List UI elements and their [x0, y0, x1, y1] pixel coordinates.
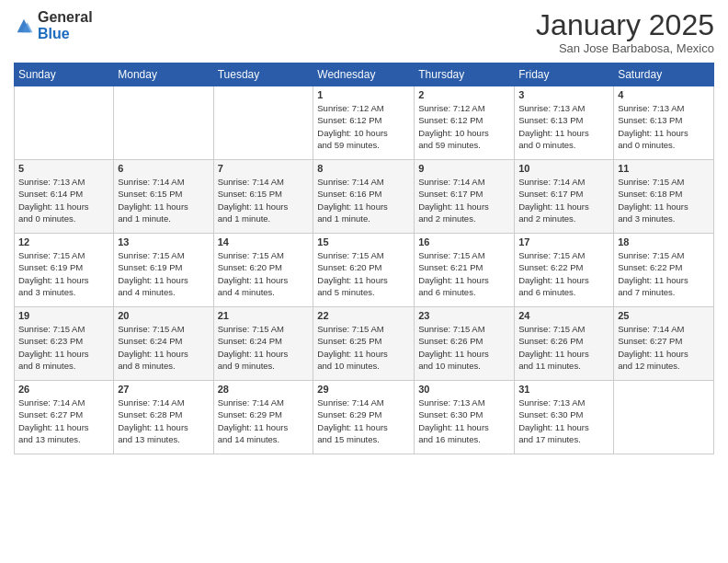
table-cell: 26Sunrise: 7:14 AM Sunset: 6:27 PM Dayli… [15, 381, 114, 454]
table-cell [614, 381, 714, 454]
table-cell: 19Sunrise: 7:15 AM Sunset: 6:23 PM Dayli… [15, 307, 114, 381]
day-info: Sunrise: 7:13 AM Sunset: 6:14 PM Dayligh… [18, 176, 109, 224]
week-row-1: 5Sunrise: 7:13 AM Sunset: 6:14 PM Daylig… [15, 160, 714, 234]
day-number: 15 [317, 236, 410, 247]
location: San Jose Barbabosa, Mexico [536, 41, 714, 55]
day-number: 23 [418, 310, 510, 321]
table-cell: 28Sunrise: 7:14 AM Sunset: 6:29 PM Dayli… [213, 381, 313, 454]
table-cell: 25Sunrise: 7:14 AM Sunset: 6:27 PM Dayli… [614, 307, 714, 381]
header-friday: Friday [515, 63, 614, 86]
day-number: 14 [218, 236, 310, 247]
day-info: Sunrise: 7:14 AM Sunset: 6:17 PM Dayligh… [418, 176, 510, 224]
day-info: Sunrise: 7:14 AM Sunset: 6:27 PM Dayligh… [18, 396, 109, 445]
table-cell: 5Sunrise: 7:13 AM Sunset: 6:14 PM Daylig… [15, 160, 114, 234]
day-number: 24 [518, 310, 609, 321]
day-info: Sunrise: 7:14 AM Sunset: 6:15 PM Dayligh… [118, 176, 209, 224]
day-number: 18 [618, 236, 710, 247]
week-row-4: 26Sunrise: 7:14 AM Sunset: 6:27 PM Dayli… [15, 381, 714, 454]
day-number: 12 [18, 236, 109, 247]
table-cell: 2Sunrise: 7:12 AM Sunset: 6:12 PM Daylig… [415, 86, 515, 160]
day-number: 8 [317, 163, 410, 174]
day-number: 13 [118, 236, 209, 247]
table-cell: 13Sunrise: 7:15 AM Sunset: 6:19 PM Dayli… [114, 234, 213, 307]
day-info: Sunrise: 7:14 AM Sunset: 6:15 PM Dayligh… [218, 176, 310, 224]
day-info: Sunrise: 7:15 AM Sunset: 6:24 PM Dayligh… [218, 323, 310, 372]
day-number: 1 [317, 89, 410, 100]
week-row-2: 12Sunrise: 7:15 AM Sunset: 6:19 PM Dayli… [15, 234, 714, 307]
table-cell: 20Sunrise: 7:15 AM Sunset: 6:24 PM Dayli… [114, 307, 213, 381]
table-cell: 16Sunrise: 7:15 AM Sunset: 6:21 PM Dayli… [415, 234, 515, 307]
header-sunday: Sunday [15, 63, 114, 86]
table-cell: 23Sunrise: 7:15 AM Sunset: 6:26 PM Dayli… [415, 307, 515, 381]
day-info: Sunrise: 7:14 AM Sunset: 6:16 PM Dayligh… [317, 176, 410, 224]
day-info: Sunrise: 7:14 AM Sunset: 6:27 PM Dayligh… [618, 323, 710, 372]
table-cell: 31Sunrise: 7:13 AM Sunset: 6:30 PM Dayli… [515, 381, 614, 454]
day-info: Sunrise: 7:14 AM Sunset: 6:29 PM Dayligh… [317, 396, 410, 445]
header-tuesday: Tuesday [213, 63, 313, 86]
table-cell: 6Sunrise: 7:14 AM Sunset: 6:15 PM Daylig… [114, 160, 213, 234]
table-cell: 7Sunrise: 7:14 AM Sunset: 6:15 PM Daylig… [213, 160, 313, 234]
table-cell: 14Sunrise: 7:15 AM Sunset: 6:20 PM Dayli… [213, 234, 313, 307]
page: General Blue January 2025 San Jose Barba… [0, 0, 728, 563]
day-number: 9 [418, 163, 510, 174]
day-number: 17 [518, 236, 609, 247]
month-title: January 2025 [536, 9, 714, 41]
day-number: 30 [418, 384, 510, 395]
day-number: 25 [618, 310, 710, 321]
logo-icon [14, 16, 34, 36]
day-number: 4 [618, 89, 710, 100]
day-info: Sunrise: 7:15 AM Sunset: 6:24 PM Dayligh… [118, 323, 209, 372]
table-cell: 9Sunrise: 7:14 AM Sunset: 6:17 PM Daylig… [415, 160, 515, 234]
day-info: Sunrise: 7:15 AM Sunset: 6:26 PM Dayligh… [418, 323, 510, 372]
day-number: 21 [218, 310, 310, 321]
logo: General Blue [14, 9, 93, 41]
day-number: 26 [18, 384, 109, 395]
table-cell: 29Sunrise: 7:14 AM Sunset: 6:29 PM Dayli… [313, 381, 415, 454]
table-cell [15, 86, 114, 160]
table-cell: 22Sunrise: 7:15 AM Sunset: 6:25 PM Dayli… [313, 307, 415, 381]
table-cell: 4Sunrise: 7:13 AM Sunset: 6:13 PM Daylig… [614, 86, 714, 160]
day-info: Sunrise: 7:15 AM Sunset: 6:22 PM Dayligh… [518, 249, 609, 298]
day-info: Sunrise: 7:15 AM Sunset: 6:20 PM Dayligh… [218, 249, 310, 298]
week-row-0: 1Sunrise: 7:12 AM Sunset: 6:12 PM Daylig… [15, 86, 714, 160]
table-cell: 12Sunrise: 7:15 AM Sunset: 6:19 PM Dayli… [15, 234, 114, 307]
day-number: 19 [18, 310, 109, 321]
day-info: Sunrise: 7:13 AM Sunset: 6:13 PM Dayligh… [518, 102, 609, 151]
table-cell: 3Sunrise: 7:13 AM Sunset: 6:13 PM Daylig… [515, 86, 614, 160]
day-number: 6 [118, 163, 209, 174]
day-info: Sunrise: 7:13 AM Sunset: 6:13 PM Dayligh… [618, 102, 710, 151]
table-cell: 15Sunrise: 7:15 AM Sunset: 6:20 PM Dayli… [313, 234, 415, 307]
day-info: Sunrise: 7:15 AM Sunset: 6:21 PM Dayligh… [418, 249, 510, 298]
day-number: 5 [18, 163, 109, 174]
day-number: 7 [218, 163, 310, 174]
logo-blue: Blue [38, 26, 93, 42]
table-cell: 24Sunrise: 7:15 AM Sunset: 6:26 PM Dayli… [515, 307, 614, 381]
day-info: Sunrise: 7:12 AM Sunset: 6:12 PM Dayligh… [317, 102, 410, 151]
table-cell: 18Sunrise: 7:15 AM Sunset: 6:22 PM Dayli… [614, 234, 714, 307]
header: General Blue January 2025 San Jose Barba… [14, 9, 714, 55]
table-cell: 1Sunrise: 7:12 AM Sunset: 6:12 PM Daylig… [313, 86, 415, 160]
day-info: Sunrise: 7:14 AM Sunset: 6:29 PM Dayligh… [218, 396, 310, 445]
day-number: 11 [618, 163, 710, 174]
day-info: Sunrise: 7:15 AM Sunset: 6:25 PM Dayligh… [317, 323, 410, 372]
calendar: Sunday Monday Tuesday Wednesday Thursday… [14, 63, 714, 454]
table-cell [213, 86, 313, 160]
day-info: Sunrise: 7:15 AM Sunset: 6:20 PM Dayligh… [317, 249, 410, 298]
title-area: January 2025 San Jose Barbabosa, Mexico [536, 9, 714, 55]
day-number: 28 [218, 384, 310, 395]
table-cell: 21Sunrise: 7:15 AM Sunset: 6:24 PM Dayli… [213, 307, 313, 381]
table-cell: 30Sunrise: 7:13 AM Sunset: 6:30 PM Dayli… [415, 381, 515, 454]
day-number: 22 [317, 310, 410, 321]
day-info: Sunrise: 7:13 AM Sunset: 6:30 PM Dayligh… [418, 396, 510, 445]
day-info: Sunrise: 7:15 AM Sunset: 6:19 PM Dayligh… [118, 249, 209, 298]
day-info: Sunrise: 7:12 AM Sunset: 6:12 PM Dayligh… [418, 102, 510, 151]
table-cell: 10Sunrise: 7:14 AM Sunset: 6:17 PM Dayli… [515, 160, 614, 234]
header-thursday: Thursday [415, 63, 515, 86]
table-cell: 11Sunrise: 7:15 AM Sunset: 6:18 PM Dayli… [614, 160, 714, 234]
table-cell: 8Sunrise: 7:14 AM Sunset: 6:16 PM Daylig… [313, 160, 415, 234]
day-number: 10 [518, 163, 609, 174]
day-number: 29 [317, 384, 410, 395]
header-saturday: Saturday [614, 63, 714, 86]
day-info: Sunrise: 7:13 AM Sunset: 6:30 PM Dayligh… [518, 396, 609, 445]
day-info: Sunrise: 7:15 AM Sunset: 6:23 PM Dayligh… [18, 323, 109, 372]
